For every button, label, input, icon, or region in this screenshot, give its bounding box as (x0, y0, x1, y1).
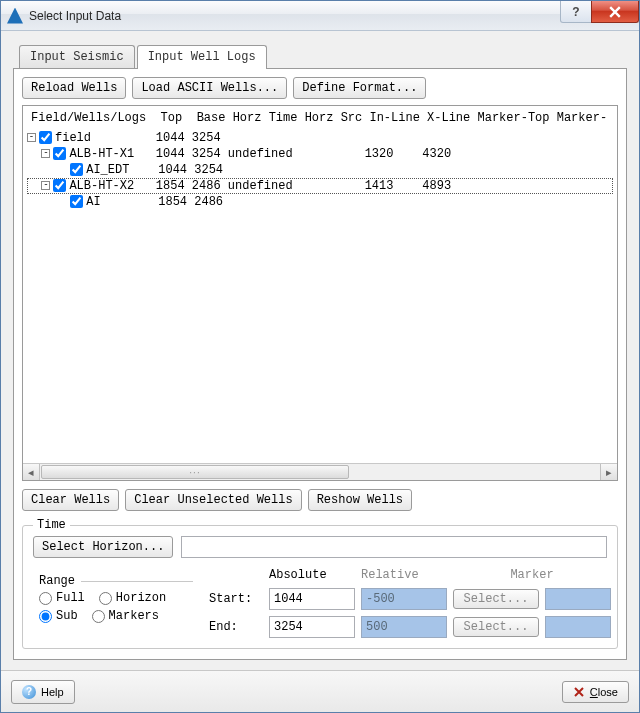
titlebar-help-button[interactable]: ? (560, 1, 592, 23)
help-icon: ? (22, 685, 36, 699)
tree-header: Field/Wells/Logs Top Base Horz Time Horz… (27, 108, 613, 130)
col-absolute: Absolute (269, 568, 355, 582)
scroll-thumb[interactable] (41, 465, 349, 479)
close-icon (609, 6, 621, 18)
tree-checkbox[interactable] (53, 147, 66, 160)
well-tree[interactable]: Field/Wells/Logs Top Base Horz Time Horz… (22, 105, 618, 481)
collapse-icon[interactable]: - (41, 181, 50, 190)
tree-checkbox[interactable] (70, 195, 83, 208)
tree-checkbox[interactable] (53, 179, 66, 192)
footer: ? Help Close (1, 670, 639, 712)
collapse-icon[interactable]: - (27, 133, 36, 142)
range-group: Range Full Horizon Sub Markers (33, 575, 193, 631)
dialog-window: Select Input Data ? Input Seismic Input … (0, 0, 640, 713)
titlebar-close-button[interactable] (591, 1, 639, 23)
content-area: Input Seismic Input Well Logs Reload Wel… (1, 31, 639, 670)
start-relative-input (361, 588, 447, 610)
toolbar-top: Reload Wells Load ASCII Wells... Define … (22, 77, 618, 99)
close-button[interactable]: Close (562, 681, 629, 703)
load-ascii-wells-button[interactable]: Load ASCII Wells... (132, 77, 287, 99)
tree-checkbox[interactable] (70, 163, 83, 176)
end-absolute-input[interactable] (269, 616, 355, 638)
scroll-left-button[interactable]: ◂ (23, 464, 40, 480)
col-marker: Marker (453, 568, 611, 582)
time-group: Time Select Horizon... Range Full Hor (22, 525, 618, 649)
range-sub-radio[interactable]: Sub (39, 609, 78, 623)
horizontal-scrollbar[interactable]: ◂ ▸ (23, 463, 617, 480)
tree-item-label: field (55, 131, 91, 145)
clear-wells-button[interactable]: Clear Wells (22, 489, 119, 511)
tree-row[interactable]: AI_EDT 1044 3254 (27, 162, 613, 178)
time-legend: Time (33, 518, 70, 532)
tree-checkbox[interactable] (39, 131, 52, 144)
titlebar: Select Input Data ? (1, 1, 639, 31)
define-format-button[interactable]: Define Format... (293, 77, 426, 99)
clear-unselected-wells-button[interactable]: Clear Unselected Wells (125, 489, 301, 511)
end-marker-select-button: Select... (453, 617, 539, 637)
tab-bar: Input Seismic Input Well Logs (19, 45, 627, 69)
end-relative-input (361, 616, 447, 638)
range-horizon-radio[interactable]: Horizon (99, 591, 166, 605)
start-label: Start: (209, 592, 263, 606)
col-relative: Relative (361, 568, 447, 582)
toolbar-bottom: Clear Wells Clear Unselected Wells Resho… (22, 489, 618, 511)
range-markers-radio[interactable]: Markers (92, 609, 159, 623)
start-absolute-input[interactable] (269, 588, 355, 610)
collapse-icon[interactable]: - (41, 149, 50, 158)
tree-row[interactable]: -field 1044 3254 (27, 130, 613, 146)
tab-input-well-logs[interactable]: Input Well Logs (137, 45, 267, 69)
app-icon (7, 8, 23, 24)
select-horizon-button[interactable]: Select Horizon... (33, 536, 173, 558)
tree-item-label: ALB-HT-X1 (69, 147, 134, 161)
tree-item-label: ALB-HT-X2 (69, 179, 134, 193)
range-full-radio[interactable]: Full (39, 591, 85, 605)
start-marker-cell (545, 588, 611, 610)
horizon-input[interactable] (181, 536, 607, 558)
tab-panel: Reload Wells Load ASCII Wells... Define … (13, 68, 627, 660)
tab-input-seismic[interactable]: Input Seismic (19, 45, 135, 69)
close-label: lose (598, 686, 618, 698)
reshow-wells-button[interactable]: Reshow Wells (308, 489, 412, 511)
end-label: End: (209, 620, 263, 634)
start-marker-select-button: Select... (453, 589, 539, 609)
tree-row[interactable]: -ALB-HT-X1 1044 3254 undefined 1320 4320 (27, 146, 613, 162)
reload-wells-button[interactable]: Reload Wells (22, 77, 126, 99)
tree-item-label: AI (86, 195, 100, 209)
time-grid: Range Full Horizon Sub Markers (33, 568, 607, 638)
tree-row[interactable]: -ALB-HT-X2 1854 2486 undefined 1413 4893 (27, 178, 613, 194)
window-title: Select Input Data (29, 9, 561, 23)
scroll-track[interactable] (40, 464, 600, 480)
help-button[interactable]: ? Help (11, 680, 75, 704)
tree-row[interactable]: AI 1854 2486 (27, 194, 613, 210)
scroll-right-button[interactable]: ▸ (600, 464, 617, 480)
range-legend: Range (39, 574, 79, 588)
end-marker-cell (545, 616, 611, 638)
tree-item-label: AI_EDT (86, 163, 129, 177)
close-icon (573, 686, 585, 698)
